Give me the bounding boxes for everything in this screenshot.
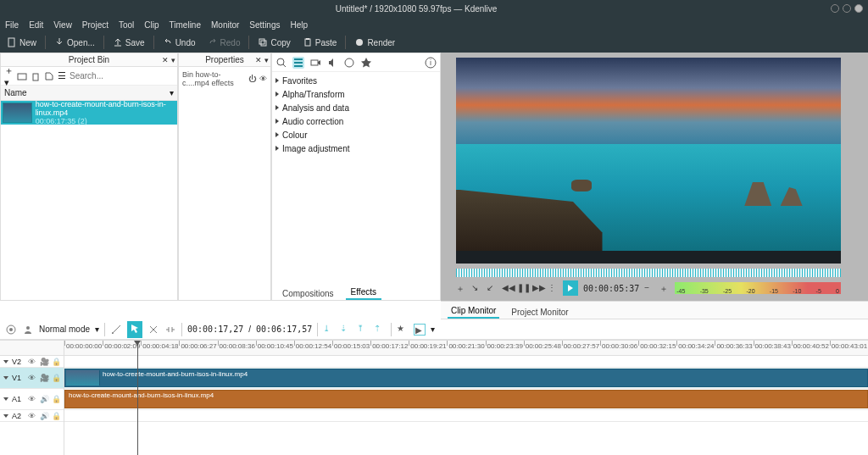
playhead[interactable] xyxy=(137,341,138,455)
menu-settings[interactable]: Settings xyxy=(249,20,280,30)
menubar: File Edit View Project Tool Clip Timelin… xyxy=(0,17,868,32)
project-bin-tab[interactable]: Project Bin xyxy=(69,55,109,64)
column-name[interactable]: Name xyxy=(4,88,27,97)
info-icon[interactable]: i xyxy=(425,57,437,69)
effect-cat-image[interactable]: Image adjustment xyxy=(275,141,437,155)
tab-compositions[interactable]: Compositions xyxy=(277,287,339,300)
panel-close-icon[interactable]: ✕ ▾ xyxy=(162,56,175,64)
timeline-toolbar: Normal mode▾ 00:00:17,27 / 00:06:17,57 ⤓… xyxy=(0,319,868,340)
properties-tab[interactable]: Properties xyxy=(205,55,244,64)
track-header-v2[interactable]: V2👁🎥🔒 xyxy=(0,356,64,368)
menu-clip[interactable]: Clip xyxy=(144,20,159,30)
user-icon[interactable] xyxy=(22,324,34,336)
menu-view[interactable]: View xyxy=(53,20,72,30)
list-view-icon[interactable] xyxy=(292,57,304,69)
open-button[interactable]: Open... xyxy=(51,36,98,49)
menu-tool[interactable]: Tool xyxy=(119,20,134,30)
compositing-icon[interactable] xyxy=(110,324,122,336)
menu-edit[interactable]: Edit xyxy=(29,20,43,30)
timeline-ruler[interactable]: 00:00:00:0000:00:02:0900:00:04:1800:00:0… xyxy=(64,341,868,356)
track-a1[interactable]: how-to-create-mount-and-burn-isos-in-lin… xyxy=(64,389,868,410)
panel-close-icon[interactable]: ✕ ▾ xyxy=(255,56,269,64)
track-header-v1[interactable]: V1👁🎥🔒 xyxy=(0,368,64,389)
timeline-clip-video[interactable]: how-to-create-mount-and-burn-isos-in-lin… xyxy=(64,369,868,387)
lift-icon[interactable]: ⇡ xyxy=(374,324,386,336)
extract-icon[interactable]: ⤒ xyxy=(357,324,369,336)
effect-cat-analysis[interactable]: Analysis and data xyxy=(275,101,437,114)
maximize-icon[interactable] xyxy=(843,4,851,13)
effect-cat-audio[interactable]: Audio correction xyxy=(275,114,437,128)
track-v1[interactable]: how-to-create-mount-and-burn-isos-in-lin… xyxy=(64,368,868,389)
track-v2[interactable] xyxy=(64,356,868,368)
menu-timeline[interactable]: Timeline xyxy=(170,20,201,30)
custom-effects-icon[interactable] xyxy=(343,57,355,69)
monitor-ruler[interactable] xyxy=(456,269,841,277)
insert-icon[interactable]: ⤓ xyxy=(323,324,335,336)
timeline-clip-audio[interactable]: how-to-create-mount-and-burn-isos-in-lin… xyxy=(64,390,868,408)
forward-icon[interactable]: ▶▶ xyxy=(532,283,542,293)
add-folder-icon[interactable] xyxy=(17,71,27,81)
options-icon[interactable]: ☰ xyxy=(58,70,66,81)
bin-clip-item[interactable]: how-to-create-mount-and-burn-isos-in-lin… xyxy=(1,101,177,125)
menu-monitor[interactable]: Monitor xyxy=(211,20,239,30)
menu-file[interactable]: File xyxy=(5,20,19,30)
svg-rect-0 xyxy=(8,38,14,47)
render-button[interactable]: Render xyxy=(351,36,398,49)
effect-cat-favorites[interactable]: Favorites xyxy=(275,74,437,87)
new-button[interactable]: New xyxy=(3,36,40,49)
zoom-in-icon[interactable]: ＋ xyxy=(659,283,670,293)
preview-viewport[interactable] xyxy=(456,58,841,264)
paste-button[interactable]: Paste xyxy=(299,36,341,49)
undo-button[interactable]: Undo xyxy=(159,36,199,49)
add-marker-icon[interactable]: ＋ xyxy=(456,283,466,293)
copy-button[interactable]: Copy xyxy=(254,36,293,49)
play-button[interactable] xyxy=(563,280,578,296)
zoom-out-icon[interactable]: − xyxy=(644,283,654,293)
tab-project-monitor[interactable]: Project Monitor xyxy=(508,306,571,319)
tab-clip-monitor[interactable]: Clip Monitor xyxy=(448,304,499,319)
track-header-a1[interactable]: A1👁🔊🔒 xyxy=(0,389,64,410)
clip-name: how-to-create-mount-and-burn-isos-in-lin… xyxy=(36,100,175,117)
spacer-tool-icon[interactable] xyxy=(164,324,176,336)
pause-icon[interactable]: ❚❚ xyxy=(517,283,527,293)
effect-cat-alpha[interactable]: Alpha/Transform xyxy=(275,87,437,101)
audio-effects-icon[interactable] xyxy=(326,57,338,69)
svg-rect-7 xyxy=(33,74,38,80)
menu-project[interactable]: Project xyxy=(82,20,108,30)
monitor-timecode[interactable]: 00:00:05:37 xyxy=(583,284,639,293)
svg-rect-3 xyxy=(305,39,310,46)
track-header-a2[interactable]: A2👁🔊🔒 xyxy=(0,410,64,422)
svg-rect-2 xyxy=(261,41,266,46)
tag-icon[interactable] xyxy=(44,71,54,81)
settings-icon[interactable] xyxy=(5,324,17,336)
tab-effects[interactable]: Effects xyxy=(346,286,381,300)
toggle-icon[interactable]: ⏻ xyxy=(248,75,256,83)
zone-start-icon[interactable]: ↘ xyxy=(471,283,481,293)
more-icon[interactable]: ⋮ xyxy=(548,283,558,293)
razor-tool-icon[interactable] xyxy=(147,324,159,336)
edit-mode-select[interactable]: Normal mode xyxy=(39,325,90,334)
search-icon[interactable] xyxy=(275,57,287,69)
minimize-icon[interactable] xyxy=(831,4,839,13)
visibility-icon[interactable]: 👁 xyxy=(259,75,267,83)
add-clip-icon[interactable]: ＋▾ xyxy=(4,64,14,88)
overwrite-icon[interactable]: ⇣ xyxy=(340,324,352,336)
favorites-icon[interactable] xyxy=(360,57,372,69)
preview-render-icon[interactable]: ▶ xyxy=(414,324,426,336)
redo-button[interactable]: Redo xyxy=(204,36,244,49)
effect-cat-colour[interactable]: Colour xyxy=(275,128,437,141)
clip-monitor: ＋ ↘ ↙ ◀◀ ❚❚ ▶▶ ⋮ 00:00:05:37 − ＋ -45-35-… xyxy=(441,53,868,301)
video-effects-icon[interactable] xyxy=(309,57,321,69)
favorite-effect-icon[interactable]: ★ xyxy=(397,324,409,336)
delete-clip-icon[interactable] xyxy=(31,71,41,81)
zone-end-icon[interactable]: ↙ xyxy=(487,283,497,293)
close-icon[interactable] xyxy=(854,4,863,13)
menu-help[interactable]: Help xyxy=(291,20,309,30)
selection-tool[interactable] xyxy=(127,321,142,338)
project-bin-panel: Project Bin✕ ▾ ＋▾ ☰ Name▾ how-to-create-… xyxy=(0,53,178,301)
rewind-icon[interactable]: ◀◀ xyxy=(502,283,512,293)
bin-search-input[interactable] xyxy=(70,69,177,83)
save-button[interactable]: Save xyxy=(109,36,148,49)
timeline: V2👁🎥🔒 V1👁🎥🔒 A1👁🔊🔒 A2👁🔊🔒 00:00:00:0000:00… xyxy=(0,340,868,455)
track-a2[interactable] xyxy=(64,410,868,422)
